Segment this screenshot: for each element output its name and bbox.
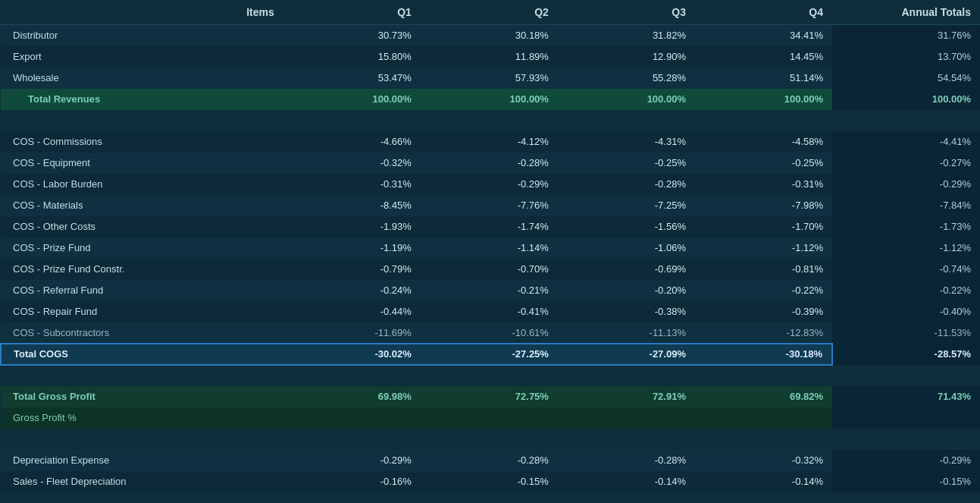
table-row: Sales - Fleet Depreciation-0.16%-0.15%-0… [1, 471, 980, 492]
row-annual: -0.29% [832, 174, 980, 195]
row-annual: -4.41% [832, 131, 980, 152]
row-label: Depreciation Expense [1, 450, 283, 471]
row-q2: -0.28% [421, 152, 558, 174]
row-q3: -1.56% [558, 216, 695, 237]
table-row: COS - Prize Fund Constr.-0.79%-0.70%-0.6… [1, 259, 980, 280]
row-q4: 34.41% [695, 25, 832, 46]
table-row: Total Gross Profit69.98%72.75%72.91%69.8… [1, 386, 980, 407]
table-row: COS - Prize Fund-1.19%-1.14%-1.06%-1.12%… [1, 237, 980, 259]
row-label: Gross Profit % [1, 407, 283, 429]
row-q4: 69.82% [695, 386, 832, 407]
row-q4: -7.98% [695, 195, 832, 216]
row-annual: 31.76% [832, 25, 980, 46]
row-q1: -1.93% [283, 216, 421, 237]
table-row: Total Revenues100.00%100.00%100.00%100.0… [1, 89, 980, 110]
row-label: COS - Repair Fund [1, 301, 283, 322]
row-q4: -0.25% [695, 152, 832, 174]
row-q3: 72.91% [558, 386, 695, 407]
row-annual: -1.73% [832, 216, 980, 237]
row-label: Export [1, 46, 283, 68]
row-annual [832, 407, 980, 429]
row-q2: -10.61% [421, 322, 558, 344]
row-q1: -11.69% [283, 322, 421, 344]
row-label: COS - Subcontractors [1, 322, 283, 344]
table-row: Gross Profit % [1, 407, 980, 429]
row-q3: -11.13% [558, 322, 695, 344]
row-label: Total Gross Profit [1, 386, 283, 407]
row-q1 [283, 407, 421, 429]
row-annual: -11.53% [832, 322, 980, 344]
row-q3: -0.20% [558, 280, 695, 301]
row-q2: 11.89% [421, 46, 558, 68]
row-label: Distributor [1, 25, 283, 46]
row-annual: -0.22% [832, 280, 980, 301]
row-q3: -7.25% [558, 195, 695, 216]
row-q4: 14.45% [695, 46, 832, 68]
row-q1: -0.16% [283, 471, 421, 492]
row-q3: -4.31% [558, 131, 695, 152]
row-q2: -0.70% [421, 259, 558, 280]
row-q4: -0.31% [695, 174, 832, 195]
row-q2: 30.18% [421, 25, 558, 46]
row-q1: -8.45% [283, 195, 421, 216]
row-q1: 15.80% [283, 46, 421, 68]
financial-table: Items Q1 Q2 Q3 Q4 Annual Totals Distribu… [0, 0, 980, 503]
row-q4: 51.14% [695, 68, 832, 89]
row-q4: 100.00% [695, 89, 832, 110]
row-annual: -0.40% [832, 301, 980, 322]
row-q3: -27.09% [558, 344, 695, 365]
table-row: COS - Labor Burden-0.31%-0.29%-0.28%-0.3… [1, 174, 980, 195]
header-q1: Q1 [283, 0, 421, 25]
row-annual: -1.12% [832, 237, 980, 259]
row-label: COS - Referral Fund [1, 280, 283, 301]
row-q2: -7.76% [421, 195, 558, 216]
row-q2: 72.75% [421, 386, 558, 407]
row-q4: -30.18% [695, 344, 832, 365]
table-row: COS - Repair Fund-0.44%-0.41%-0.38%-0.39… [1, 301, 980, 322]
row-q1: 30.73% [283, 25, 421, 46]
row-label: COS - Other Costs [1, 216, 283, 237]
row-q3: -0.28% [558, 450, 695, 471]
row-q3: -0.69% [558, 259, 695, 280]
row-q2: -0.29% [421, 174, 558, 195]
table-row: COS - Commissions-4.66%-4.12%-4.31%-4.58… [1, 131, 980, 152]
row-q3: -0.38% [558, 301, 695, 322]
row-label: COS - Equipment [1, 152, 283, 174]
row-q3: 100.00% [558, 89, 695, 110]
row-q2: -0.41% [421, 301, 558, 322]
row-label: Total COGS [1, 344, 283, 365]
table-row: Total COGS-30.02%-27.25%-27.09%-30.18%-2… [1, 344, 980, 365]
row-q3 [558, 407, 695, 429]
row-q2: -0.28% [421, 450, 558, 471]
row-annual: -0.74% [832, 259, 980, 280]
table-row: COS - Other Costs-1.93%-1.74%-1.56%-1.70… [1, 216, 980, 237]
table-row [1, 110, 980, 131]
row-q1: -4.66% [283, 131, 421, 152]
row-annual: 71.43% [832, 386, 980, 407]
header-q4: Q4 [695, 0, 832, 25]
row-label: Sales - Fleet Depreciation [1, 471, 283, 492]
row-q4: -0.32% [695, 450, 832, 471]
row-q4: -4.58% [695, 131, 832, 152]
row-label: COS - Materials [1, 195, 283, 216]
row-q4: -1.70% [695, 216, 832, 237]
row-q2: 57.93% [421, 68, 558, 89]
table-row: COS - Subcontractors-11.69%-10.61%-11.13… [1, 322, 980, 344]
row-q4: -0.81% [695, 259, 832, 280]
table-row: COS - Materials-8.45%-7.76%-7.25%-7.98%-… [1, 195, 980, 216]
row-annual: 13.70% [832, 46, 980, 68]
row-label: Wholesale [1, 68, 283, 89]
row-q2: -1.74% [421, 216, 558, 237]
table-row: COS - Referral Fund-0.24%-0.21%-0.20%-0.… [1, 280, 980, 301]
row-q2: -4.12% [421, 131, 558, 152]
row-q2: -0.15% [421, 471, 558, 492]
table-row: COS - Equipment-0.32%-0.28%-0.25%-0.25%-… [1, 152, 980, 174]
row-annual: 100.00% [832, 89, 980, 110]
row-q3: -0.25% [558, 152, 695, 174]
row-q2 [421, 407, 558, 429]
table-row [1, 429, 980, 450]
row-label: COS - Prize Fund Constr. [1, 259, 283, 280]
row-q4: -0.39% [695, 301, 832, 322]
row-q1: -0.44% [283, 301, 421, 322]
row-q3: -1.06% [558, 237, 695, 259]
